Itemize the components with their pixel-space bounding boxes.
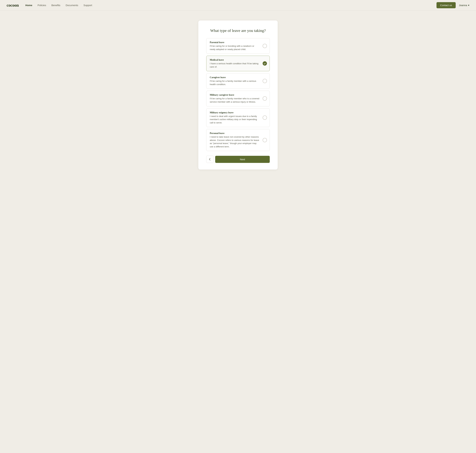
option-caregiver-radio[interactable] — [263, 79, 267, 83]
user-menu[interactable]: Joanna ▾ — [459, 4, 469, 7]
nav-link-policies[interactable]: Policies — [37, 4, 46, 7]
nav-item-policies[interactable]: Policies — [37, 4, 46, 7]
nav-link-home[interactable]: Home — [25, 4, 32, 7]
nav-item-documents[interactable]: Documents — [66, 4, 78, 7]
option-military-exigency-desc: I need to deal with urgent issues due to… — [210, 115, 260, 124]
option-military-exigency-text: Military exigency leave I need to deal w… — [210, 111, 263, 124]
option-medical-radio[interactable] — [263, 61, 267, 66]
nav-link-benefits[interactable]: Benefits — [51, 4, 60, 7]
footer-buttons: Next — [206, 156, 270, 163]
option-military-caregiver-text: Military caregiver leave I'll be caring … — [210, 93, 263, 103]
option-parental-title: Parental leave — [210, 41, 260, 44]
nav-link-documents[interactable]: Documents — [66, 4, 78, 7]
option-military-caregiver[interactable]: Military caregiver leave I'll be caring … — [206, 91, 270, 106]
logo[interactable]: cocoon — [7, 3, 19, 8]
option-parental[interactable]: Parental leave I'll be caring for or bon… — [206, 38, 270, 54]
option-medical-desc: I have a serious health condition that I… — [210, 62, 260, 68]
option-caregiver-title: Caregiver leave — [210, 76, 260, 79]
navbar-left: cocoon Home Policies Benefits Documents … — [7, 3, 92, 8]
option-medical[interactable]: Medical leave I have a serious health co… — [206, 56, 270, 71]
option-caregiver[interactable]: Caregiver leave I'll be caring for a fam… — [206, 73, 270, 89]
chevron-left-icon — [209, 158, 211, 161]
nav-item-home[interactable]: Home — [25, 4, 32, 7]
option-parental-desc: I'll be caring for or bonding with a new… — [210, 44, 260, 51]
contact-button[interactable]: Contact us — [437, 2, 456, 8]
option-personal-desc: I need to take leave not covered by othe… — [210, 135, 260, 148]
card-title: What type of leave are you taking? — [206, 28, 270, 33]
option-caregiver-desc: I'll be caring for a family member with … — [210, 79, 260, 86]
nav-item-support[interactable]: Support — [83, 4, 92, 7]
options-list: Parental leave I'll be caring for or bon… — [206, 38, 270, 151]
option-military-caregiver-desc: I'll be caring for a family member who i… — [210, 97, 260, 103]
option-military-exigency-radio[interactable] — [263, 115, 267, 120]
option-medical-text: Medical leave I have a serious health co… — [210, 58, 263, 68]
back-button[interactable] — [206, 156, 214, 163]
navbar: cocoon Home Policies Benefits Documents … — [0, 0, 476, 11]
option-military-exigency-title: Military exigency leave — [210, 111, 260, 114]
navbar-right: Contact us Joanna ▾ — [437, 2, 469, 8]
option-medical-title: Medical leave — [210, 58, 260, 61]
nav-item-benefits[interactable]: Benefits — [51, 4, 60, 7]
option-parental-radio[interactable] — [263, 44, 267, 48]
option-parental-text: Parental leave I'll be caring for or bon… — [210, 41, 263, 51]
leave-type-card: What type of leave are you taking? Paren… — [198, 21, 278, 170]
next-button[interactable]: Next — [215, 156, 270, 163]
option-military-caregiver-radio[interactable] — [263, 96, 267, 101]
nav-link-support[interactable]: Support — [83, 4, 92, 7]
chevron-down-icon: ▾ — [468, 4, 469, 7]
option-personal[interactable]: Personal leave I need to take leave not … — [206, 129, 270, 151]
option-personal-title: Personal leave — [210, 132, 260, 135]
nav-links: Home Policies Benefits Documents Support — [25, 4, 92, 7]
option-caregiver-text: Caregiver leave I'll be caring for a fam… — [210, 76, 263, 86]
option-personal-text: Personal leave I need to take leave not … — [210, 132, 263, 148]
option-personal-radio[interactable] — [263, 138, 267, 142]
option-military-caregiver-title: Military caregiver leave — [210, 93, 260, 96]
main-content: What type of leave are you taking? Paren… — [0, 11, 476, 183]
option-military-exigency[interactable]: Military exigency leave I need to deal w… — [206, 108, 270, 127]
user-name: Joanna — [459, 4, 467, 7]
